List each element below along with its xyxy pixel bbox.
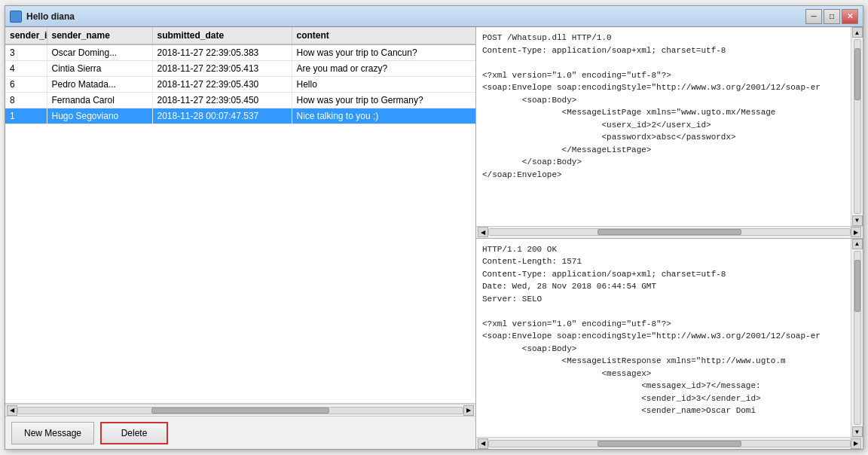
response-panel-row: HTTP/1.1 200 OK Content-Length: 1571 Con… (476, 239, 863, 438)
response-content[interactable]: HTTP/1.1 200 OK Content-Length: 1571 Con… (476, 239, 851, 438)
titlebar-buttons: ─ □ ✕ (805, 9, 858, 24)
table-row[interactable]: 3Oscar Doming...2018-11-27 22:39:05.383H… (5, 44, 475, 61)
response-vscroll-up[interactable]: ▲ (852, 239, 863, 249)
table-header-row: sender_id sender_name submitted_date con… (5, 27, 475, 44)
table-hscrollbar[interactable]: ◀ ▶ (5, 404, 475, 416)
table-row[interactable]: 6Pedro Matada...2018-11-27 22:39:05.430H… (5, 77, 475, 93)
hscroll-track[interactable] (17, 407, 463, 414)
req-hscroll-thumb[interactable] (598, 229, 742, 235)
table-cell-content: Hello (292, 77, 475, 93)
table-cell-sender-id: 8 (5, 93, 47, 108)
table-cell-submitted-date: 2018-11-27 22:39:05.413 (152, 61, 292, 77)
table-cell-submitted-date: 2018-11-28 00:07:47.537 (152, 108, 292, 124)
request-vscroll-up[interactable]: ▲ (852, 27, 863, 38)
request-panel-row: POST /Whatsup.dll HTTP/1.0 Content-Type:… (476, 27, 863, 226)
table-cell-sender-name: Pedro Matada... (47, 77, 152, 93)
table-row[interactable]: 4Cintia Sierra2018-11-27 22:39:05.413Are… (5, 61, 475, 77)
req-hscroll-left[interactable]: ◀ (478, 227, 488, 237)
table-cell-submitted-date: 2018-11-27 22:39:05.383 (152, 44, 292, 61)
maximize-button[interactable]: □ (824, 9, 840, 24)
request-content[interactable]: POST /Whatsup.dll HTTP/1.0 Content-Type:… (476, 27, 851, 226)
request-panel: POST /Whatsup.dll HTTP/1.0 Content-Type:… (476, 27, 863, 239)
table-cell-sender-id: 6 (5, 77, 47, 93)
table-cell-submitted-date: 2018-11-27 22:39:05.450 (152, 93, 292, 108)
req-hscroll-track[interactable] (488, 228, 851, 236)
request-hscrollbar[interactable]: ◀ ▶ (476, 226, 863, 238)
resp-hscroll-right[interactable]: ▶ (851, 438, 861, 449)
new-message-button[interactable]: New Message (11, 422, 94, 444)
response-hscrollbar[interactable]: ◀ ▶ (476, 437, 863, 449)
response-vscrollbar[interactable]: ▲ ▼ (851, 239, 863, 438)
table-cell-sender-name: Oscar Doming... (47, 44, 152, 61)
col-header-submitted-date: submitted_date (152, 27, 292, 44)
main-window: Hello diana ─ □ ✕ sender_id sender_name … (5, 5, 863, 450)
table-cell-sender-id: 1 (5, 108, 47, 124)
col-header-sender-id: sender_id (5, 27, 47, 44)
close-button[interactable]: ✕ (842, 9, 858, 24)
request-vscrollbar[interactable]: ▲ ▼ (851, 27, 863, 226)
response-vscroll-track[interactable] (854, 251, 861, 426)
response-vscroll-thumb[interactable] (854, 260, 860, 312)
table-cell-sender-name: Hugo Segoviano (47, 108, 152, 124)
col-header-content: content (292, 27, 475, 44)
table-row[interactable]: 1Hugo Segoviano2018-11-28 00:07:47.537Ni… (5, 108, 475, 124)
table-cell-sender-name: Cintia Sierra (47, 61, 152, 77)
minimize-button[interactable]: ─ (805, 9, 822, 24)
resp-hscroll-left[interactable]: ◀ (478, 438, 488, 449)
hscroll-right-arrow[interactable]: ▶ (463, 405, 474, 416)
response-panel: HTTP/1.1 200 OK Content-Length: 1571 Con… (476, 239, 863, 450)
request-vscroll-thumb[interactable] (854, 48, 860, 100)
hscroll-left-arrow[interactable]: ◀ (7, 405, 17, 416)
app-icon (10, 11, 22, 23)
col-header-sender-name: sender_name (47, 27, 152, 44)
resp-hscroll-thumb[interactable] (598, 441, 742, 447)
table-row[interactable]: 8Fernanda Carol2018-11-27 22:39:05.450Ho… (5, 93, 475, 108)
table-container[interactable]: sender_id sender_name submitted_date con… (5, 27, 475, 404)
request-vscroll-track[interactable] (854, 39, 861, 214)
response-vscroll-down[interactable]: ▼ (852, 426, 863, 437)
right-panel: POST /Whatsup.dll HTTP/1.0 Content-Type:… (476, 27, 863, 449)
table-cell-submitted-date: 2018-11-27 22:39:05.430 (152, 77, 292, 93)
window-title: Hello diana (26, 11, 805, 22)
table-cell-content: Are you mad or crazy? (292, 61, 475, 77)
left-panel: sender_id sender_name submitted_date con… (5, 27, 476, 449)
hscroll-thumb[interactable] (151, 408, 329, 414)
table-cell-content: How was your trip to Germany? (292, 93, 475, 108)
table-cell-sender-name: Fernanda Carol (47, 93, 152, 108)
messages-table: sender_id sender_name submitted_date con… (5, 27, 475, 124)
bottom-bar: New Message Delete (5, 416, 475, 449)
titlebar: Hello diana ─ □ ✕ (5, 6, 863, 27)
req-hscroll-right[interactable]: ▶ (851, 227, 861, 237)
delete-button[interactable]: Delete (100, 422, 168, 444)
table-cell-content: Nice talking to you ;) (292, 108, 475, 124)
request-vscroll-down[interactable]: ▼ (852, 215, 863, 226)
table-cell-sender-id: 4 (5, 61, 47, 77)
main-content: sender_id sender_name submitted_date con… (5, 27, 863, 449)
table-cell-content: How was your trip to Cancun? (292, 44, 475, 61)
resp-hscroll-track[interactable] (488, 440, 851, 447)
table-cell-sender-id: 3 (5, 44, 47, 61)
